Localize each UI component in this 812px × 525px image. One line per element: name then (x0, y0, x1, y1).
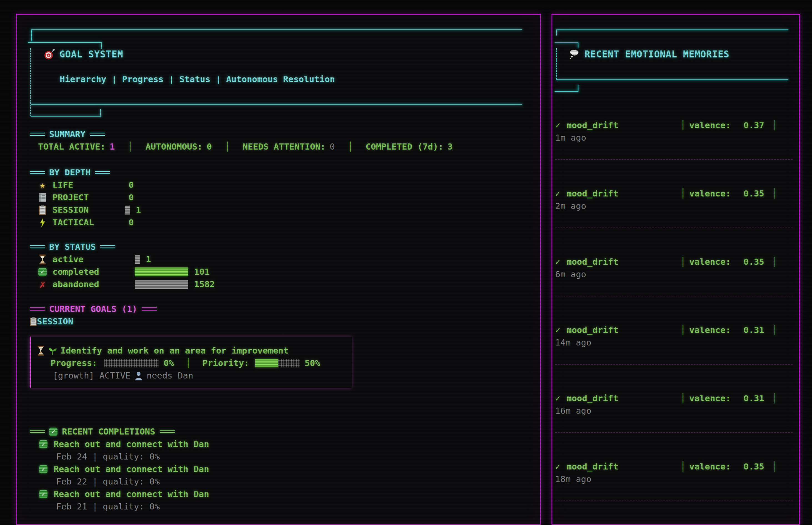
memory-name-row: ✓ mood_drift │ valence: 0.31 │ (555, 324, 793, 336)
by-status-heading-label: BY STATUS (49, 241, 96, 253)
recent-completions-heading-label: RECENT COMPLETIONS (62, 425, 155, 438)
check-icon: ✓ (555, 119, 561, 132)
stat-label: NEEDS ATTENTION: (243, 140, 326, 153)
menu-separator: | (216, 73, 221, 86)
memory-item: ✓ mood_drift │ valence: 0.35 │ 6m ago (555, 256, 793, 324)
goal-meta-row: [growth] ACTIVE needs Dan (53, 369, 352, 382)
memory-name: mood_drift (566, 392, 619, 405)
menu-item-autonomous-resolution[interactable]: Autonomous Resolution (226, 73, 335, 86)
memory-name: mood_drift (566, 324, 619, 336)
check-icon: ✓ (555, 187, 561, 200)
check-icon: ✓ (555, 256, 561, 268)
check-icon: ✓ (555, 324, 561, 336)
depth-row-project: PROJECT 0 (30, 191, 529, 204)
heading-ornament (90, 133, 105, 136)
by-status-heading: BY STATUS (30, 241, 529, 253)
emotional-memories-panel: RECENT EMOTIONAL MEMORIES ✓ mood_drift │… (552, 14, 800, 525)
by-depth-heading: BY DEPTH (30, 166, 529, 179)
status-label: abandoned (53, 278, 135, 290)
memories-list: ✓ mood_drift │ valence: 0.37 │ 1m ago ✓ … (552, 15, 799, 524)
menu-separator: | (169, 73, 174, 86)
memory-ago: 18m ago (555, 473, 793, 485)
menu-item-hierarchy[interactable]: Hierarchy (60, 73, 106, 86)
status-abandoned-bar (135, 280, 188, 289)
memory-name: mood_drift (566, 256, 619, 268)
valence-pipe: │ (680, 460, 686, 473)
depth-label: SESSION (53, 204, 125, 216)
depth-session-bar (125, 206, 130, 214)
current-goals-heading: CURRENT GOALS (1) (30, 303, 529, 315)
frame-line (100, 109, 101, 117)
completion-title-row: Reach out and connect with Dan (30, 488, 529, 500)
bar-separator: │ (186, 357, 191, 369)
stat-label: COMPLETED (7d): (366, 140, 444, 153)
heading-ornament (30, 133, 45, 136)
summary-heading: SUMMARY (30, 128, 529, 140)
valence-pipe: │ (772, 460, 778, 473)
progress-label: Progress: (50, 357, 97, 369)
stat-label: TOTAL ACTIVE: (38, 140, 105, 153)
depth-row-tactical: TACTICAL 0 (30, 216, 529, 229)
heading-ornament (30, 308, 45, 311)
stat-value: 0 (207, 140, 212, 153)
valence-pipe: │ (772, 119, 778, 132)
depth-label: PROJECT (53, 191, 125, 204)
valence-pipe: │ (772, 187, 778, 200)
valence-pipe: │ (772, 256, 778, 268)
valence-pipe: │ (680, 324, 686, 336)
frame-line (28, 42, 102, 43)
valence-pipe: │ (680, 119, 686, 132)
by-depth-heading-label: BY DEPTH (49, 166, 90, 179)
heading-ornament (142, 308, 157, 311)
valence-pipe: │ (772, 392, 778, 405)
completion-meta: Feb 24 | quality: 0% (30, 450, 529, 463)
status-active-bar (135, 255, 140, 264)
status-value: 1582 (194, 278, 215, 290)
status-label: completed (53, 266, 135, 278)
status-completed-bar (135, 268, 188, 276)
completion-meta: Feb 21 | quality: 0% (30, 500, 529, 513)
goal-group-session: SESSION (30, 315, 529, 328)
completion-title: Reach out and connect with Dan (54, 438, 209, 450)
stat-value: 1 (110, 140, 115, 153)
frame-line (31, 29, 522, 30)
x-icon: ✗ (38, 280, 47, 289)
memory-separator (555, 159, 793, 160)
seedling-icon (48, 346, 57, 356)
memory-separator (555, 500, 793, 501)
current-goals-section: CURRENT GOALS (1) SESSION (30, 303, 529, 328)
goal-title-row: Identify and work on an area for improve… (37, 344, 352, 357)
goal-system-header: GOAL SYSTEM (43, 48, 123, 60)
goal-tags: [growth] ACTIVE (53, 369, 131, 382)
valence-value: 0.31 (725, 324, 764, 336)
check-icon: ✓ (555, 460, 561, 473)
valence-pipe: │ (680, 256, 686, 268)
heading-ornament (160, 430, 175, 433)
stat-total-active: TOTAL ACTIVE: 1 (38, 140, 115, 153)
priority-value: 50% (305, 357, 320, 369)
by-status-section: BY STATUS active 1 completed 101 ✗ (30, 241, 529, 290)
priority-bar (255, 359, 300, 368)
panel-title: GOAL SYSTEM (59, 48, 123, 60)
check-icon (39, 490, 47, 498)
valence-value: 0.35 (725, 187, 764, 200)
depth-label: TACTICAL (53, 216, 125, 229)
completion-item: Reach out and connect with Dan Feb 24 | … (30, 438, 529, 463)
status-label: active (53, 253, 135, 266)
stat-autonomous: AUTONOMOUS: 0 (146, 140, 212, 153)
current-goals-heading-label: CURRENT GOALS (1) (49, 303, 137, 315)
goal-system-panel: GOAL SYSTEM Hierarchy | Progress | Statu… (16, 14, 541, 525)
memory-ago: 6m ago (555, 268, 793, 281)
memory-name-row: ✓ mood_drift │ valence: 0.35 │ (555, 460, 793, 473)
menu-item-progress[interactable]: Progress (122, 73, 163, 86)
star-icon: ★ (38, 179, 47, 191)
completion-title: Reach out and connect with Dan (54, 463, 209, 475)
memory-name-row: ✓ mood_drift │ valence: 0.37 │ (555, 119, 793, 132)
menu-item-status[interactable]: Status (179, 73, 211, 86)
clipboard-icon (30, 317, 37, 326)
priority-bar-fill (255, 359, 278, 368)
heading-ornament (30, 245, 45, 248)
check-icon (39, 465, 47, 474)
goal-system-menu: Hierarchy | Progress | Status | Autonomo… (60, 73, 335, 86)
by-depth-section: BY DEPTH ★ LIFE 0 PROJECT 0 (30, 166, 529, 229)
